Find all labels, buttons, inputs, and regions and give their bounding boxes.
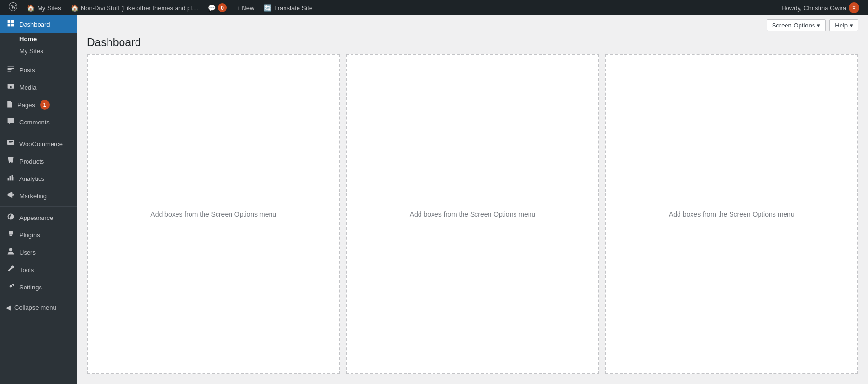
help-label: Help [835, 22, 848, 29]
screen-options-label: Screen Options [772, 22, 815, 29]
sidebar-item-pages-wrapper: Pages 1 Pages 2 All Pages Add New [0, 96, 77, 113]
screen-options-arrow-icon: ▾ [817, 22, 820, 29]
plugins-label: Plugins [19, 232, 40, 239]
plugins-icon [6, 230, 15, 240]
sidebar-item-media[interactable]: Media [0, 79, 77, 96]
svg-rect-10 [8, 178, 9, 180]
svg-text:W: W [11, 4, 16, 10]
sidebar-item-plugins[interactable]: Plugins [0, 226, 77, 244]
translate-icon: 🔄 [264, 4, 271, 12]
sidebar-item-appearance[interactable]: Appearance [0, 209, 77, 226]
translate-site-button[interactable]: 🔄 Translate Site [259, 0, 317, 15]
new-label: + New [236, 4, 254, 12]
comment-count-badge: 0 [218, 3, 227, 12]
tools-label: Tools [19, 266, 34, 274]
home-label: Home [19, 35, 37, 42]
svg-point-8 [9, 162, 10, 163]
pages-icon [6, 100, 14, 110]
products-label: Products [19, 158, 44, 165]
svg-rect-12 [12, 175, 13, 180]
sidebar-item-posts[interactable]: Posts [0, 61, 77, 79]
marketing-label: Marketing [19, 192, 47, 200]
posts-label: Posts [19, 67, 35, 74]
analytics-label: Analytics [19, 175, 44, 182]
dashboard-grid: Add boxes from the Screen Options menu A… [77, 54, 868, 384]
products-icon [6, 156, 15, 166]
sidebar-item-dashboard[interactable]: Dashboard [0, 15, 77, 33]
users-label: Users [19, 249, 36, 256]
help-button[interactable]: Help ▾ [829, 19, 858, 31]
pages-badge: 1 [40, 100, 50, 110]
appearance-icon [6, 213, 15, 222]
svg-point-9 [11, 162, 12, 163]
dashboard-box-3-text: Add boxes from the Screen Options menu [669, 210, 795, 218]
svg-rect-7 [7, 140, 14, 145]
page-header: Dashboard [77, 31, 868, 54]
my-sites-label: My Sites [37, 4, 61, 12]
sidebar-item-tools[interactable]: Tools [0, 261, 77, 278]
svg-rect-4 [8, 24, 11, 27]
dashboard-box-1-text: Add boxes from the Screen Options menu [150, 210, 276, 218]
user-avatar-icon: ✕ [849, 2, 859, 13]
settings-icon [6, 282, 15, 292]
comments-icon [6, 117, 15, 127]
my-sites-button[interactable]: 🏠 My Sites [22, 0, 66, 15]
svg-rect-2 [8, 20, 11, 23]
wp-logo-button[interactable]: W [4, 0, 22, 15]
new-content-button[interactable]: + New [231, 0, 259, 15]
screen-options-button[interactable]: Screen Options ▾ [767, 19, 826, 31]
sidebar-item-settings[interactable]: Settings [0, 278, 77, 296]
comments-button[interactable]: 💬 0 [203, 0, 231, 15]
comments-icon: 💬 [208, 4, 216, 12]
dashboard-box-1: Add boxes from the Screen Options menu [87, 54, 340, 374]
marketing-icon [6, 191, 15, 201]
content-topbar: Screen Options ▾ Help ▾ [77, 15, 868, 31]
sidebar-item-users[interactable]: Users [0, 244, 77, 261]
posts-icon [6, 65, 15, 75]
site-home-icon: 🏠 [71, 4, 79, 12]
translate-label: Translate Site [274, 4, 312, 12]
sidebar-item-analytics[interactable]: Analytics [0, 170, 77, 187]
site-name-label: Non-Divi Stuff (Like other themes and pl… [81, 4, 198, 12]
media-icon [6, 82, 15, 92]
collapse-label: Collapse menu [14, 304, 56, 311]
collapse-icon: ◀ [6, 304, 11, 311]
settings-label: Settings [19, 284, 42, 291]
appearance-label: Appearance [19, 214, 53, 221]
svg-rect-13 [14, 177, 14, 180]
dashboard-box-3: Add boxes from the Screen Options menu [605, 54, 858, 374]
admin-bar: W 🏠 My Sites 🏠 Non-Divi Stuff (Like othe… [0, 0, 868, 15]
sidebar-item-comments[interactable]: Comments [0, 113, 77, 131]
sidebar-item-marketing[interactable]: Marketing [0, 187, 77, 205]
woocommerce-label: WooCommerce [19, 140, 63, 148]
my-sites-label: My Sites [19, 47, 43, 55]
sidebar-item-products[interactable]: Products [0, 152, 77, 170]
sidebar-item-home[interactable]: Home [0, 33, 77, 45]
collapse-menu-button[interactable]: ◀ Collapse menu [0, 300, 77, 315]
pages-label: Pages [17, 101, 35, 109]
page-title: Dashboard [87, 36, 858, 49]
user-greeting[interactable]: Howdy, Christina Gwira ✕ [776, 0, 864, 15]
dashboard-icon [6, 19, 15, 29]
dashboard-box-2: Add boxes from the Screen Options menu [346, 54, 599, 374]
sidebar-item-woocommerce[interactable]: WooCommerce [0, 135, 77, 152]
woocommerce-icon [6, 139, 15, 149]
my-sites-icon: 🏠 [27, 4, 35, 12]
svg-rect-5 [11, 24, 14, 27]
admin-sidebar: Dashboard Home My Sites Posts Media [0, 15, 77, 384]
user-greeting-text: Howdy, Christina Gwira [781, 4, 846, 12]
svg-rect-11 [10, 176, 11, 181]
users-icon [6, 247, 15, 257]
sidebar-item-my-sites[interactable]: My Sites [0, 45, 77, 57]
wp-logo-icon: W [9, 2, 17, 14]
dashboard-label: Dashboard [19, 21, 50, 28]
content-area: Screen Options ▾ Help ▾ Dashboard Add bo… [77, 15, 868, 384]
sidebar-item-pages[interactable]: Pages 1 [0, 96, 77, 113]
svg-rect-14 [9, 231, 13, 235]
help-arrow-icon: ▾ [850, 22, 853, 29]
tools-icon [6, 265, 15, 274]
svg-point-15 [9, 248, 12, 251]
media-label: Media [19, 84, 36, 91]
dashboard-box-2-text: Add boxes from the Screen Options menu [410, 210, 536, 218]
site-name-button[interactable]: 🏠 Non-Divi Stuff (Like other themes and … [66, 0, 203, 15]
